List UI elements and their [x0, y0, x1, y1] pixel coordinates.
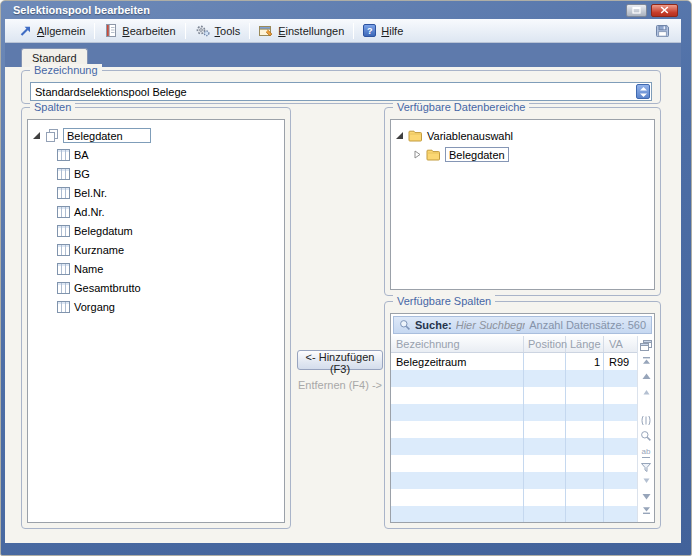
page-down-icon[interactable] [641, 475, 652, 486]
tree-node-belegdaten-label[interactable]: Belegdaten [445, 147, 509, 162]
group-verfuegbare-spalten-label: Verfügbare Spalten [393, 295, 495, 308]
scroll-top-icon[interactable] [641, 355, 652, 366]
menu-einstellungen[interactable]: Einstellungen [251, 23, 352, 39]
column-divider [565, 353, 566, 522]
column-divider [603, 353, 604, 522]
pages-icon [45, 129, 59, 142]
grid-header: Bezeichnung Position Länge VA [391, 336, 637, 353]
header-position[interactable]: Position [524, 336, 566, 352]
menu-bearbeiten-label: Bearbeiten [122, 25, 175, 37]
window-title: Selektionspool bearbeiten [13, 4, 622, 16]
menu-hilfe[interactable]: ? Hilfe [355, 22, 411, 39]
tree-item[interactable]: Belegdatum [57, 221, 280, 240]
spalten-tree: Belegdaten BA [28, 120, 284, 322]
table-column-icon [57, 225, 70, 237]
group-datenbereiche-label: Verfügbare Datenbereiche [393, 101, 529, 114]
grid-search-icon[interactable] [640, 430, 652, 442]
tree-node-variablenauswahl[interactable]: Variablenauswahl [395, 126, 650, 145]
menu-tools[interactable]: Tools [187, 22, 249, 39]
folder-icon [426, 149, 441, 161]
records-count: Anzahl Datensätze: 560 [529, 319, 646, 331]
tree-item-label: BG [74, 168, 90, 180]
tree-item[interactable]: Ad.Nr. [57, 202, 280, 221]
tree-item[interactable]: Kurzname [57, 240, 280, 259]
tree-item-label: BA [74, 149, 89, 161]
tree-item[interactable]: Vorgang [57, 297, 280, 316]
settings-window-icon [259, 25, 273, 37]
title-bar: Selektionspool bearbeiten [5, 1, 681, 19]
arrow-ne-icon [19, 25, 32, 37]
menu-einstellungen-label: Einstellungen [278, 25, 344, 37]
table-column-icon [57, 187, 70, 199]
folder-icon [408, 130, 423, 142]
tree-expanded-icon[interactable] [395, 131, 404, 140]
header-laenge[interactable]: Länge [566, 336, 604, 352]
sort-icon[interactable]: ab [642, 446, 651, 457]
tree-item[interactable]: Gesamtbrutto [57, 278, 280, 297]
grid-rows: Belegzeitraum 1 R99 [391, 353, 637, 370]
help-icon: ? [363, 24, 376, 37]
toolbar-separator [249, 23, 250, 39]
close-button[interactable] [651, 4, 678, 17]
header-va[interactable]: VA [604, 336, 637, 352]
restore-button[interactable] [626, 4, 647, 17]
menu-allgemein-label: Allgemein [37, 25, 85, 37]
row-up-icon[interactable] [641, 371, 652, 382]
tree-item-label: Gesamtbrutto [74, 282, 141, 294]
add-button[interactable]: <- Hinzufügen (F3) [297, 350, 383, 370]
scroll-bottom-icon[interactable] [641, 506, 652, 517]
grid-area: Bezeichnung Position Länge VA [391, 336, 654, 522]
combobox-spinner-button[interactable] [636, 84, 650, 99]
bezeichnung-combobox[interactable]: Standardselektionspool Belege [30, 82, 652, 101]
column-divider [523, 353, 524, 522]
column-chooser-icon[interactable] [640, 340, 652, 351]
group-bezeichnung-label: Bezeichnung [30, 64, 102, 77]
grid-body: Belegzeitraum 1 R99 [391, 353, 637, 522]
group-verfuegbare-spalten: Verfügbare Spalten Suche: Hier Suchbegri… [384, 301, 661, 529]
tree-root-label[interactable]: Belegdaten [63, 128, 151, 143]
page-up-icon[interactable] [641, 386, 652, 397]
bezeichnung-value: Standardselektionspool Belege [35, 86, 635, 98]
toolbar: Allgemein Bearbeiten Tools Einstellungen… [5, 19, 681, 43]
menu-tools-label: Tools [215, 25, 241, 37]
tree-item[interactable]: Bel.Nr. [57, 183, 280, 202]
spalten-tree-panel: Belegdaten BA [27, 119, 285, 523]
table-column-icon [57, 206, 70, 218]
remove-button[interactable]: Entfernen (F4) -> [293, 379, 387, 391]
menu-allgemein[interactable]: Allgemein [11, 23, 93, 39]
tree-item[interactable]: BA [57, 145, 280, 164]
table-column-icon [57, 244, 70, 256]
spalten-tree-children: BA BG Bel.Nr. [32, 145, 280, 316]
group-datenbereiche: Verfügbare Datenbereiche Variablenauswah… [384, 107, 661, 296]
tab-strip: Standard [5, 43, 681, 67]
close-icon [660, 6, 669, 14]
datenbereiche-tree: Variablenauswahl Belegdaten [391, 120, 654, 170]
tree-item-label: Belegdatum [74, 225, 133, 237]
search-input[interactable]: Hier Suchbegriff einge [456, 319, 526, 331]
search-bar[interactable]: Suche: Hier Suchbegriff einge Anzahl Dat… [393, 316, 652, 334]
tree-item[interactable]: Name [57, 259, 280, 278]
menu-bearbeiten[interactable]: Bearbeiten [96, 22, 183, 39]
tree-item-label: Vorgang [74, 301, 115, 313]
search-label: Suche: [415, 319, 452, 331]
auto-width-icon[interactable] [640, 415, 652, 426]
tree-item-label: Kurzname [74, 244, 124, 256]
save-button[interactable] [655, 24, 670, 38]
datenbereiche-tree-panel: Variablenauswahl Belegdaten [390, 119, 655, 290]
notebook-icon [104, 24, 117, 37]
tree-item-label: Ad.Nr. [74, 206, 105, 218]
toolbar-separator [185, 23, 186, 39]
tree-node-root[interactable]: Belegdaten [32, 126, 280, 145]
header-bezeichnung[interactable]: Bezeichnung [391, 336, 524, 352]
save-icon [655, 24, 670, 38]
tree-collapsed-icon[interactable] [413, 150, 422, 159]
table-column-icon [57, 149, 70, 161]
tree-expanded-icon[interactable] [32, 131, 41, 140]
tree-node-belegdaten[interactable]: Belegdaten [413, 145, 650, 164]
filter-icon[interactable] [640, 462, 652, 473]
table-column-icon [57, 301, 70, 313]
table-row[interactable]: Belegzeitraum 1 R99 [391, 353, 637, 370]
row-down-icon[interactable] [641, 490, 652, 501]
tree-item[interactable]: BG [57, 164, 280, 183]
table-column-icon [57, 282, 70, 294]
